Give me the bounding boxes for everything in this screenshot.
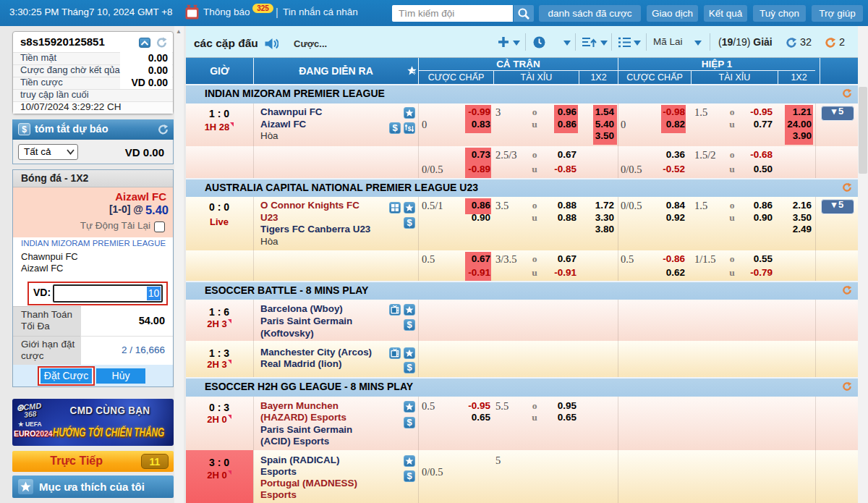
svg-text:$: $ xyxy=(407,125,411,132)
